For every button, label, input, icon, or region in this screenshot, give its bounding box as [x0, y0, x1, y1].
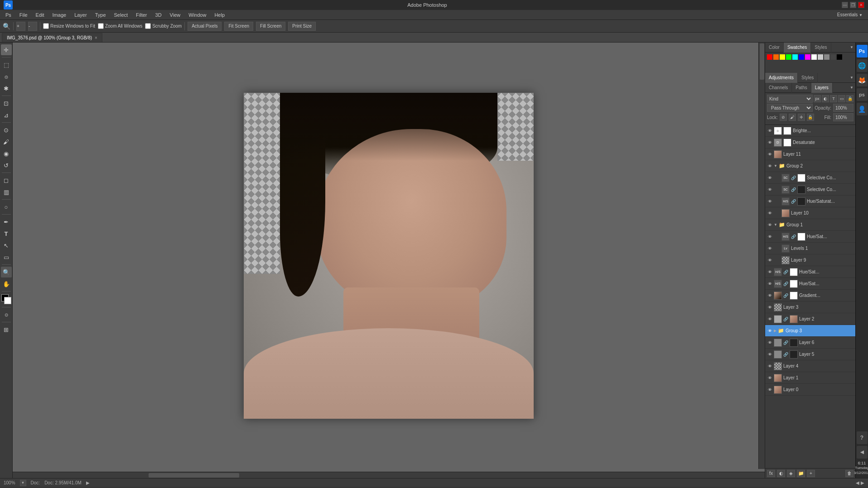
lock-position-btn[interactable]: ✛ [798, 114, 805, 121]
layer-item-layer2[interactable]: 👁 🔗 Layer 2 [765, 313, 855, 325]
quick-select-tool[interactable]: ✱ [1, 83, 12, 94]
lasso-tool[interactable]: ⌾ [1, 71, 12, 82]
filter-shape-icon[interactable]: ▭ [838, 95, 845, 102]
nav-arrow-icon[interactable]: ◀ [857, 446, 868, 459]
layer-item-layer0[interactable]: 👁 Layer 0 [765, 384, 855, 396]
swatch[interactable] [780, 54, 785, 60]
layer-item-huesat1[interactable]: 👁 H/S 🔗 Hue/Saturat... [765, 196, 855, 207]
actual-pixels-button[interactable]: Actual Pixels [188, 22, 222, 31]
group3-arrow[interactable]: ▶ [774, 329, 776, 333]
layer-mask-button[interactable]: ◐ [777, 470, 785, 477]
swatch[interactable] [824, 54, 829, 60]
hand-tool[interactable]: ✋ [1, 278, 12, 289]
channels-tab[interactable]: Channels [765, 83, 792, 93]
layer-fx-button[interactable]: fx [767, 470, 775, 477]
resize-windows-checkbox[interactable]: Resize Windows to Fit [43, 23, 95, 29]
layer-item-layer6[interactable]: 👁 🔗 Layer 6 [765, 337, 855, 349]
crop-tool[interactable]: ⊡ [1, 98, 12, 109]
layers-tab[interactable]: Layers [811, 83, 833, 93]
layer-eye-selectiveco1[interactable]: 👁 [767, 175, 772, 181]
styles-panel-tab[interactable]: Styles [798, 73, 818, 83]
menu-view[interactable]: View [166, 11, 184, 19]
canvas-container[interactable] [13, 43, 765, 469]
layer-item-layer1[interactable]: 👁 Layer 1 [765, 372, 855, 384]
layer-item-layer9[interactable]: 👁 Layer 9 [765, 254, 855, 266]
status-arrow[interactable]: ▶ [86, 480, 90, 485]
gradient-tool[interactable]: ▥ [1, 187, 12, 197]
layer-eye-layer11[interactable]: 👁 [767, 152, 772, 157]
pen-tool[interactable]: ✒ [1, 216, 12, 227]
layer-eye-layer0[interactable]: 👁 [767, 387, 772, 392]
filter-lock-icon[interactable]: 🔒 [846, 95, 854, 102]
layer-item-gradient1[interactable]: 👁 🔗 Gradient... [765, 290, 855, 301]
layer-eye-brighte[interactable]: 👁 [767, 128, 772, 134]
menu-image[interactable]: Image [49, 11, 70, 19]
portrait-icon[interactable]: 👤 [857, 103, 868, 115]
ps-logo-icon[interactable]: Ps [857, 45, 868, 57]
menu-help[interactable]: Help [211, 11, 228, 19]
swatch[interactable] [792, 54, 798, 60]
layer-eye-group3[interactable]: 👁 [767, 328, 772, 334]
zoom-in-button[interactable]: + [16, 22, 25, 31]
vertical-scroll-thumb[interactable] [760, 43, 764, 80]
lock-image-btn[interactable]: 🖌 [789, 114, 796, 121]
menu-type[interactable]: Type [92, 11, 110, 19]
print-size-button[interactable]: Print Size [288, 22, 316, 31]
menu-window[interactable]: Window [185, 11, 210, 19]
firefox-icon[interactable]: 🦊 [857, 74, 868, 86]
menu-edit[interactable]: Edit [32, 11, 48, 19]
screen-mode-btn[interactable]: ⊞ [1, 324, 12, 335]
lock-transparent-btn[interactable]: ⊘ [780, 114, 787, 121]
doc-tab-close[interactable]: × [95, 35, 97, 40]
layer-item-selectiveco2[interactable]: 👁 SC 🔗 Selective Co... [765, 184, 855, 196]
preview-controls[interactable]: ◀ ▶ [856, 480, 864, 485]
layer-eye-group1[interactable]: 👁 [767, 222, 772, 228]
filter-type-icon[interactable]: T [830, 95, 837, 102]
layer-item-group2[interactable]: 👁 ▼ 📁 Group 2 [765, 160, 855, 172]
layer-item-brighte[interactable]: 👁 ☼ Brighte... [765, 125, 855, 137]
layer-item-group3[interactable]: 👁 ▶ 📁 Group 3 [765, 325, 855, 337]
layer-eye-huesat4[interactable]: 👁 [767, 281, 772, 287]
layer-eye-layer2[interactable]: 👁 [767, 316, 772, 322]
opacity-input[interactable] [833, 104, 854, 112]
layer-eye-huesat2[interactable]: 👁 [767, 234, 772, 239]
layer-item-selectiveco1[interactable]: 👁 SC 🔗 Selective Co... [765, 172, 855, 184]
new-layer-button[interactable]: + [807, 470, 815, 477]
eraser-tool[interactable]: ◻ [1, 175, 12, 186]
menu-file[interactable]: File [16, 11, 31, 19]
history-brush-tool[interactable]: ↺ [1, 160, 12, 171]
color-tab[interactable]: Color [765, 43, 784, 53]
panel-menu-arrow[interactable]: ▼ [848, 45, 855, 49]
filter-adjustment-icon[interactable]: ◐ [822, 95, 829, 102]
paths-tab[interactable]: Paths [792, 83, 811, 93]
swatch[interactable] [767, 54, 772, 60]
layer-eye-gradient1[interactable]: 👁 [767, 293, 772, 298]
layer-eye-huesat1[interactable]: 👁 [767, 199, 772, 204]
swatch[interactable] [786, 54, 791, 60]
layer-item-huesat3[interactable]: 👁 H/S 🔗 Hue/Sat... [765, 266, 855, 278]
minimize-button[interactable]: — [842, 2, 848, 8]
adjustments-panel-arrow[interactable]: ▼ [848, 76, 855, 80]
layer-eye-layer10[interactable]: 👁 [767, 211, 772, 216]
browser-icon[interactable]: 🌐 [857, 59, 868, 72]
layer-item-layer3[interactable]: 👁 Layer 3 [765, 301, 855, 313]
restore-button[interactable]: ❐ [850, 2, 856, 8]
menu-select[interactable]: Select [111, 11, 132, 19]
layer-eye-huesat3[interactable]: 👁 [767, 269, 772, 275]
move-tool[interactable]: ✛ [1, 44, 12, 55]
brush-tool[interactable]: 🖌 [1, 136, 12, 147]
swatch[interactable] [805, 54, 810, 60]
menu-filter[interactable]: Filter [132, 11, 150, 19]
layer-adjustment-button[interactable]: ◈ [787, 470, 795, 477]
fit-screen-button[interactable]: Fit Screen [224, 22, 253, 31]
swatch[interactable] [830, 54, 836, 60]
rectangular-marquee-tool[interactable]: ⬚ [1, 59, 12, 70]
layer-group-button[interactable]: 📁 [797, 470, 805, 477]
adjustments-tab[interactable]: Adjustments [765, 73, 798, 83]
layer-item-huesat4[interactable]: 👁 H/S 🔗 Hue/Sat... [765, 278, 855, 290]
zoom-all-windows-checkbox[interactable]: Zoom All Windows [98, 23, 142, 29]
layer-eye-selectiveco2[interactable]: 👁 [767, 187, 772, 192]
layer-kind-select[interactable]: Kind Name Effect Mode [767, 95, 813, 103]
layer-eye-layer5[interactable]: 👁 [767, 352, 772, 357]
layers-panel-arrow[interactable]: ▼ [848, 86, 855, 90]
